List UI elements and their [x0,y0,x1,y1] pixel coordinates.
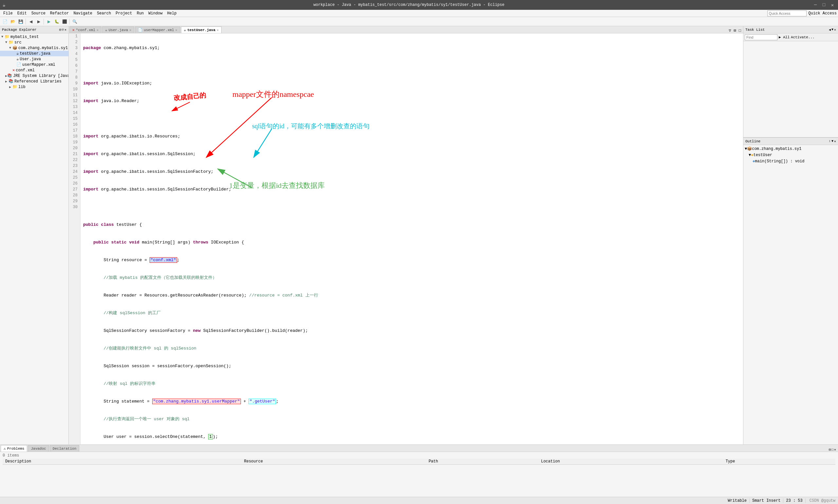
tab-javadoc[interactable]: Javadoc [28,445,49,452]
outline-item-method[interactable]: ◆ main(String[]) : void [745,158,837,164]
outline-close[interactable]: ✕ [834,140,836,143]
tree-arrow: ▶ [5,79,8,84]
menu-search[interactable]: Search [95,11,113,16]
toolbar: 📄 📂 💾 ◀ ▶ ▶ 🐛 ⬛ 🔍 [0,17,838,26]
tree-arrow: ▶ [9,85,13,89]
package-explorer-panel: Package Explorer ⊟ ▽ ✕ ▼ 📁 mybatis_test … [0,26,69,445]
quick-access-input[interactable] [767,11,806,16]
tree-label: lib [18,85,25,89]
close-button[interactable]: ✕ [830,2,835,8]
outline-header: Outline ↕ ▼ ✕ [743,138,838,145]
col-description: Description [3,458,241,465]
tab-usermapperxml[interactable]: 📄 userMapper.xml ✕ [135,26,180,33]
window-controls[interactable]: ─ □ ✕ [813,2,835,8]
tab-close-icon[interactable]: ✕ [96,28,99,32]
menu-refactor[interactable]: Refactor [48,11,71,16]
tree-item-usermapper[interactable]: 📄 userMapper.xml [0,62,68,68]
code-area: 1 2 3 4 5 6 7 8 9 10 11 12 13 14 15 16 1 [69,33,743,445]
toolbar-open[interactable]: 📂 [9,18,16,25]
tab-problems[interactable]: ⚠ Problems [1,445,27,452]
minimize-button[interactable]: ─ [813,2,818,8]
statusbar: Writable Smart Insert 23 : 53 CSDN @gqut… [0,497,838,504]
editor-minimize-icon[interactable]: ⊟ [733,28,737,33]
lib-folder-icon: 📁 [13,85,17,89]
tree-label: src [14,40,22,45]
bottom-panel-close[interactable]: ✕ [834,448,836,452]
tab-confxml[interactable]: ✕ *conf.xml ✕ [69,26,102,33]
tree-item-jre[interactable]: ▶ 📚 JRE System Library [JavaSE-1.8] [0,73,68,78]
close-panel-icon[interactable]: ✕ [65,28,67,32]
tab-label: Javadoc [31,447,46,451]
tree-item-package[interactable]: ▼ 📦 com.zhang.mybatis.sy1 [0,45,68,51]
tree-arrow: ▼ [5,40,8,44]
outline-icon-2[interactable]: ▼ [832,140,834,143]
src-icon: 📁 [8,40,14,45]
outline-method-icon: ◆ [752,159,755,164]
tab-close-icon[interactable]: ✕ [176,28,177,32]
menu-window[interactable]: Window [146,11,164,16]
toolbar-run[interactable]: ▶ [45,18,52,25]
outline-tree: ▼ 📦 com.zhang.mybatis.sy1 ▼ ◈ testUser ◆… [743,145,838,445]
maximize-button[interactable]: □ [821,2,827,8]
tab-label: userMapper.xml [144,28,174,32]
toolbar-search[interactable]: 🔍 [71,18,78,25]
menu-icon[interactable]: ▽ [62,28,64,32]
project-icon: 📁 [4,34,10,39]
menu-help[interactable]: Help [165,11,179,16]
tree-item-src[interactable]: ▼ 📁 src [0,40,68,45]
tab-close-icon[interactable]: ✕ [129,28,131,32]
all-label: ▶ All [779,35,789,39]
tree-item-reflibs[interactable]: ▶ 📚 Referenced Libraries [0,78,68,84]
toolbar-forward[interactable]: ▶ [35,18,42,25]
outline-icon-1[interactable]: ↕ [829,140,831,143]
tree-item-mybatis-test[interactable]: ▼ 📁 mybatis_test [0,34,68,40]
menu-edit[interactable]: Edit [15,11,29,16]
tree-arrow: ▼ [9,46,13,50]
find-input[interactable] [745,34,778,40]
outline-item-package[interactable]: ▼ 📦 com.zhang.mybatis.sy1 [745,146,837,152]
tab-userjava[interactable]: ☕ User.java ✕ [102,26,134,33]
tab-icon: ☕ [105,28,107,32]
outline-panel: Outline ↕ ▼ ✕ ▼ 📦 com.zhang.mybatis.sy1 … [743,138,838,445]
tree-item-confxml[interactable]: ✕ conf.xml [0,68,68,73]
right-panel: Task List ◀ ▼ ✕ ▶ All Activate... Outlin… [743,26,838,445]
reflibs-icon: 📚 [8,79,14,84]
bottom-panel-icon-1[interactable]: ⊟ [829,448,831,452]
tab-declaration[interactable]: Declaration [50,445,79,452]
code-lines[interactable]: package com.zhang.mybatis.sy1; import ja… [81,33,743,445]
task-list-close[interactable]: ✕ [834,28,836,32]
menu-navigate[interactable]: Navigate [71,11,94,16]
toolbar-new[interactable]: 📄 [1,18,8,25]
toolbar-debug[interactable]: 🐛 [53,18,60,25]
toolbar-back[interactable]: ◀ [27,18,34,25]
col-type: Type [723,458,835,465]
watermark: CSDN @gqutw [806,499,835,503]
toolbar-stop[interactable]: ⬛ [61,18,68,25]
outline-item-class[interactable]: ▼ ◈ testUser [745,152,837,158]
quick-access-label: Quick Access [808,11,837,16]
bottom-tab-bar: ⚠ Problems Javadoc Declaration ⊟ □ ✕ [0,445,838,452]
menu-file[interactable]: File [1,11,15,16]
menu-source[interactable]: Source [30,11,48,16]
tab-testuserjava[interactable]: ☕ testUser.java ✕ [181,26,221,33]
tree-item-lib[interactable]: ▶ 📁 lib [0,84,68,90]
task-list-icon-1[interactable]: ◀ [829,28,831,32]
task-list-toolbar: ▶ All Activate... [743,33,838,41]
tree-item-user[interactable]: ☕ User.java [0,56,68,62]
tree-label: mybatis_test [11,35,39,39]
tree-item-testuser[interactable]: ☕ testUser.java [0,51,68,56]
task-list-icon-2[interactable]: ▼ [832,28,834,32]
editor-menu-icon[interactable]: ▽ [727,28,732,33]
tree-label: com.zhang.mybatis.sy1 [18,46,68,50]
toolbar-save[interactable]: 💾 [17,18,24,25]
tab-label: Declaration [53,447,76,451]
menu-run[interactable]: Run [135,11,146,16]
bottom-panel-icon-2[interactable]: □ [832,448,834,452]
toolbar-sep-1 [25,19,26,24]
task-list-title: Task List [745,28,765,32]
editor-content[interactable]: 1 2 3 4 5 6 7 8 9 10 11 12 13 14 15 16 1 [69,33,743,445]
menu-project[interactable]: Project [113,11,134,16]
editor-maximize-icon[interactable]: □ [737,29,743,33]
tab-close-icon[interactable]: ✕ [217,28,219,32]
collapse-icon[interactable]: ⊟ [59,28,61,32]
